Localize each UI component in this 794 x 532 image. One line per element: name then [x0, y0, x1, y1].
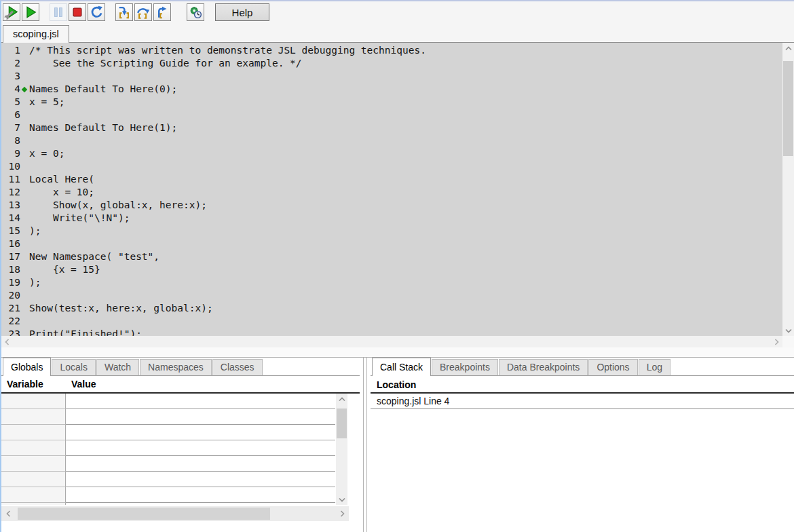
scroll-right-icon[interactable]: [774, 339, 779, 345]
step-over-button[interactable]: [134, 3, 152, 21]
value-cell[interactable]: [66, 394, 335, 409]
variable-row[interactable]: [1, 503, 360, 505]
code-line[interactable]: 16: [1, 238, 782, 250]
code-area[interactable]: 1/* This script was written to demonstra…: [1, 44, 782, 336]
value-cell[interactable]: [66, 440, 335, 456]
line-number: 3: [1, 70, 20, 83]
scroll-down-icon[interactable]: [782, 325, 794, 336]
variable-cell[interactable]: [1, 503, 66, 505]
variables-table[interactable]: [1, 394, 360, 505]
code-line[interactable]: 7Names Default To Here(1);: [1, 121, 782, 134]
editor-tab-strip: scoping.jsl: [1, 23, 794, 42]
line-number: 20: [1, 289, 20, 302]
variable-row[interactable]: [1, 487, 360, 503]
marker-gutter: [20, 186, 29, 199]
vertical-scroll-thumb[interactable]: [337, 408, 347, 438]
code-line[interactable]: 21Show(test:x, here:x, global:x);: [1, 302, 782, 315]
step-out-button[interactable]: [153, 3, 171, 21]
code-line[interactable]: 15);: [1, 225, 782, 238]
code-line[interactable]: 10: [1, 160, 782, 173]
variable-row[interactable]: [1, 472, 360, 487]
reset-button[interactable]: [88, 3, 105, 21]
code-line[interactable]: 23Print("Finished!");: [1, 328, 782, 336]
value-cell[interactable]: [66, 456, 335, 472]
code-line[interactable]: 9x = 0;: [1, 147, 782, 160]
value-cell[interactable]: [66, 503, 335, 505]
code-line[interactable]: 2 See the Scripting Guide for an example…: [1, 57, 782, 70]
profiler-button[interactable]: [187, 3, 204, 21]
tab-options[interactable]: Options: [588, 359, 637, 375]
tab-locals[interactable]: Locals: [52, 359, 95, 375]
callstack-row[interactable]: scoping.jsl Line 4: [371, 394, 794, 409]
code-line[interactable]: 22: [1, 315, 782, 328]
code-line[interactable]: 8: [1, 134, 782, 147]
tab-breakpoints[interactable]: Breakpoints: [432, 359, 498, 375]
tab-namespaces[interactable]: Namespaces: [140, 359, 212, 375]
pause-button[interactable]: [50, 3, 67, 21]
code-text: Names Default To Here(0);: [29, 83, 177, 96]
scroll-up-icon[interactable]: [782, 43, 794, 54]
tab-globals[interactable]: Globals: [3, 358, 51, 376]
tab-data-breakpoints[interactable]: Data Breakpoints: [499, 359, 588, 375]
tab-watch[interactable]: Watch: [96, 359, 139, 375]
help-button[interactable]: Help: [215, 3, 269, 21]
scroll-right-icon[interactable]: [335, 506, 349, 521]
editor-vertical-scrollbar[interactable]: [782, 43, 794, 336]
scroll-up-icon[interactable]: [336, 394, 347, 404]
line-number: 12: [1, 186, 20, 199]
code-line[interactable]: 19);: [1, 276, 782, 289]
variables-vertical-scrollbar[interactable]: [336, 394, 347, 505]
variable-cell[interactable]: [1, 409, 66, 425]
code-line[interactable]: 11Local Here(: [1, 173, 782, 186]
vertical-scroll-thumb[interactable]: [783, 61, 793, 156]
panel-splitter[interactable]: [1, 347, 794, 357]
code-line[interactable]: 17New Namespace( "test",: [1, 250, 782, 263]
code-line[interactable]: 13 Show(x, global:x, here:x);: [1, 199, 782, 212]
scroll-left-icon[interactable]: [1, 506, 15, 521]
code-line[interactable]: 1/* This script was written to demonstra…: [1, 44, 782, 57]
bottom-panel-divider[interactable]: [360, 358, 371, 532]
code-line[interactable]: 18 {x = 15}: [1, 263, 782, 276]
code-line[interactable]: 5x = 5;: [1, 96, 782, 109]
value-cell[interactable]: [66, 487, 335, 503]
variables-horizontal-scrollbar[interactable]: [1, 506, 349, 521]
variable-cell[interactable]: [1, 425, 66, 440]
tab-call-stack[interactable]: Call Stack: [372, 358, 431, 376]
tab-classes[interactable]: Classes: [212, 359, 263, 375]
variable-row[interactable]: [1, 440, 360, 456]
editor-horizontal-scrollbar[interactable]: [1, 336, 782, 347]
code-editor[interactable]: 1/* This script was written to demonstra…: [1, 42, 794, 347]
variable-cell[interactable]: [1, 456, 66, 472]
run-script-button[interactable]: [3, 3, 20, 21]
tab-scoping-jsl[interactable]: scoping.jsl: [3, 25, 69, 43]
variable-row[interactable]: [1, 456, 360, 472]
scroll-down-icon[interactable]: [336, 494, 347, 505]
run-button[interactable]: [22, 3, 39, 21]
variable-cell[interactable]: [1, 472, 66, 487]
code-line[interactable]: 14 Write("\!N");: [1, 212, 782, 225]
variable-row[interactable]: [1, 394, 360, 409]
marker-gutter: [20, 212, 29, 225]
value-cell[interactable]: [66, 472, 335, 487]
variable-cell[interactable]: [1, 394, 66, 409]
marker-gutter: [20, 173, 29, 186]
code-line[interactable]: 3: [1, 70, 782, 83]
step-into-button[interactable]: [115, 3, 133, 21]
value-cell[interactable]: [66, 425, 335, 440]
code-line[interactable]: 12 x = 10;: [1, 186, 782, 199]
variable-cell[interactable]: [1, 440, 66, 456]
variable-cell[interactable]: [1, 487, 66, 503]
tab-log[interactable]: Log: [639, 359, 670, 375]
variable-row[interactable]: [1, 409, 360, 425]
code-line[interactable]: 6: [1, 109, 782, 121]
stop-button[interactable]: [69, 3, 86, 21]
code-text: Names Default To Here(1);: [29, 121, 177, 134]
line-number: 16: [1, 238, 20, 250]
code-line[interactable]: 20: [1, 289, 782, 302]
variable-row[interactable]: [1, 425, 360, 440]
code-line[interactable]: 4Names Default To Here(0);: [1, 83, 782, 96]
value-cell[interactable]: [66, 409, 335, 425]
code-text: );: [29, 225, 41, 238]
horizontal-scroll-thumb[interactable]: [18, 508, 270, 520]
scroll-left-icon[interactable]: [5, 339, 10, 345]
